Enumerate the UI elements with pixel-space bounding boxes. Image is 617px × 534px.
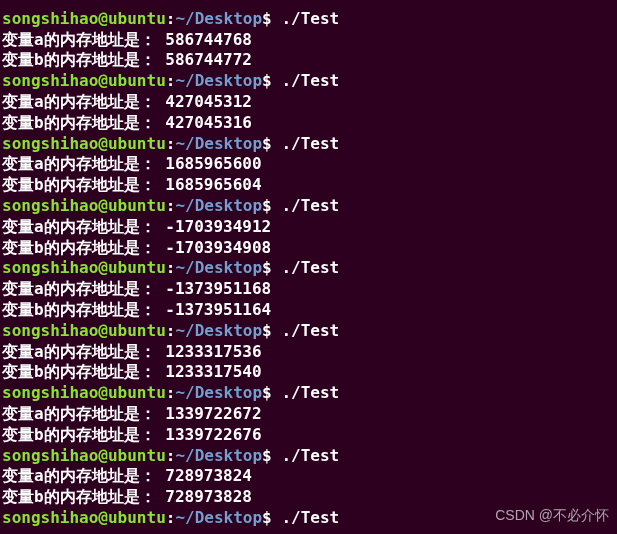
- output-label: 变量b的内存地址是：: [2, 50, 156, 69]
- prompt-user-host: songshihao@ubuntu: [2, 446, 166, 465]
- prompt-colon: :: [166, 508, 176, 527]
- output-value: 728973828: [156, 487, 252, 506]
- prompt-user-host: songshihao@ubuntu: [2, 508, 166, 527]
- prompt-colon: :: [166, 383, 176, 402]
- prompt-line[interactable]: songshihao@ubuntu:~/Desktop$ ./Test: [2, 446, 615, 467]
- output-label: 变量a的内存地址是：: [2, 217, 156, 236]
- output-value: 728973824: [156, 466, 252, 485]
- prompt-path: ~/Desktop: [175, 508, 262, 527]
- prompt-line[interactable]: songshihao@ubuntu:~/Desktop$ ./Test: [2, 196, 615, 217]
- watermark: CSDN @不必介怀: [495, 506, 609, 524]
- prompt-line[interactable]: songshihao@ubuntu:~/Desktop$ ./Test: [2, 258, 615, 279]
- command-text: ./Test: [272, 71, 339, 90]
- prompt-colon: :: [166, 71, 176, 90]
- command-text: ./Test: [272, 134, 339, 153]
- output-value: 1685965600: [156, 154, 262, 173]
- output-line-b: 变量b的内存地址是： -1373951164: [2, 300, 615, 321]
- prompt-colon: :: [166, 321, 176, 340]
- output-line-b: 变量b的内存地址是： 1339722676: [2, 425, 615, 446]
- partial-cut-line: [2, 0, 615, 9]
- prompt-path: ~/Desktop: [175, 383, 262, 402]
- output-label: 变量b的内存地址是：: [2, 300, 156, 319]
- command-text: ./Test: [272, 508, 339, 527]
- output-line-a: 变量a的内存地址是： 427045312: [2, 92, 615, 113]
- output-value: -1703934908: [156, 238, 272, 257]
- command-text: ./Test: [272, 446, 339, 465]
- output-value: 586744772: [156, 50, 252, 69]
- output-line-a: 变量a的内存地址是： 1339722672: [2, 404, 615, 425]
- output-label: 变量a的内存地址是：: [2, 404, 156, 423]
- output-line-a: 变量a的内存地址是： -1703934912: [2, 217, 615, 238]
- prompt-colon: :: [166, 196, 176, 215]
- terminal-output: songshihao@ubuntu:~/Desktop$ ./Test变量a的内…: [2, 0, 615, 529]
- prompt-user-host: songshihao@ubuntu: [2, 9, 166, 28]
- prompt-dollar: $: [262, 508, 272, 527]
- prompt-path: ~/Desktop: [175, 258, 262, 277]
- prompt-user-host: songshihao@ubuntu: [2, 71, 166, 90]
- prompt-line[interactable]: songshihao@ubuntu:~/Desktop$ ./Test: [2, 134, 615, 155]
- prompt-dollar: $: [262, 446, 272, 465]
- output-line-b: 变量b的内存地址是： 728973828: [2, 487, 615, 508]
- prompt-user-host: songshihao@ubuntu: [2, 383, 166, 402]
- prompt-user-host: songshihao@ubuntu: [2, 196, 166, 215]
- output-line-b: 变量b的内存地址是： 427045316: [2, 113, 615, 134]
- output-label: 变量a的内存地址是：: [2, 466, 156, 485]
- output-label: 变量a的内存地址是：: [2, 279, 156, 298]
- prompt-dollar: $: [262, 321, 272, 340]
- prompt-dollar: $: [262, 9, 272, 28]
- command-text: ./Test: [272, 383, 339, 402]
- prompt-path: ~/Desktop: [175, 446, 262, 465]
- prompt-path: ~/Desktop: [175, 9, 262, 28]
- prompt-colon: :: [166, 134, 176, 153]
- prompt-user-host: songshihao@ubuntu: [2, 258, 166, 277]
- output-line-a: 变量a的内存地址是： 1233317536: [2, 342, 615, 363]
- output-value: 586744768: [156, 30, 252, 49]
- output-value: 427045312: [156, 92, 252, 111]
- output-label: 变量b的内存地址是：: [2, 425, 156, 444]
- output-value: -1373951164: [156, 300, 272, 319]
- output-line-b: 变量b的内存地址是： 1233317540: [2, 362, 615, 383]
- output-label: 变量a的内存地址是：: [2, 342, 156, 361]
- output-line-a: 变量a的内存地址是： 1685965600: [2, 154, 615, 175]
- prompt-path: ~/Desktop: [175, 134, 262, 153]
- prompt-path: ~/Desktop: [175, 321, 262, 340]
- output-line-b: 变量b的内存地址是： -1703934908: [2, 238, 615, 259]
- prompt-line[interactable]: songshihao@ubuntu:~/Desktop$ ./Test: [2, 71, 615, 92]
- output-value: 1685965604: [156, 175, 262, 194]
- command-text: ./Test: [272, 196, 339, 215]
- output-label: 变量a的内存地址是：: [2, 154, 156, 173]
- output-label: 变量b的内存地址是：: [2, 362, 156, 381]
- prompt-dollar: $: [262, 383, 272, 402]
- prompt-dollar: $: [262, 258, 272, 277]
- output-label: 变量b的内存地址是：: [2, 487, 156, 506]
- prompt-line[interactable]: songshihao@ubuntu:~/Desktop$ ./Test: [2, 383, 615, 404]
- output-value: -1373951168: [156, 279, 272, 298]
- prompt-user-host: songshihao@ubuntu: [2, 134, 166, 153]
- output-line-a: 变量a的内存地址是： -1373951168: [2, 279, 615, 300]
- command-text: ./Test: [272, 321, 339, 340]
- output-label: 变量b的内存地址是：: [2, 238, 156, 257]
- prompt-line[interactable]: songshihao@ubuntu:~/Desktop$ ./Test: [2, 9, 615, 30]
- output-value: 1233317536: [156, 342, 262, 361]
- prompt-dollar: $: [262, 71, 272, 90]
- output-value: 427045316: [156, 113, 252, 132]
- prompt-colon: :: [166, 9, 176, 28]
- prompt-colon: :: [166, 258, 176, 277]
- prompt-dollar: $: [262, 134, 272, 153]
- prompt-user-host: songshihao@ubuntu: [2, 321, 166, 340]
- prompt-line[interactable]: songshihao@ubuntu:~/Desktop$ ./Test: [2, 321, 615, 342]
- output-line-a: 变量a的内存地址是： 586744768: [2, 30, 615, 51]
- output-line-b: 变量b的内存地址是： 586744772: [2, 50, 615, 71]
- output-value: 1339722676: [156, 425, 262, 444]
- output-value: 1233317540: [156, 362, 262, 381]
- command-text: ./Test: [272, 9, 339, 28]
- command-text: ./Test: [272, 258, 339, 277]
- output-label: 变量a的内存地址是：: [2, 92, 156, 111]
- output-line-a: 变量a的内存地址是： 728973824: [2, 466, 615, 487]
- output-label: 变量b的内存地址是：: [2, 175, 156, 194]
- output-label: 变量b的内存地址是：: [2, 113, 156, 132]
- output-value: 1339722672: [156, 404, 262, 423]
- output-label: 变量a的内存地址是：: [2, 30, 156, 49]
- output-line-b: 变量b的内存地址是： 1685965604: [2, 175, 615, 196]
- prompt-colon: :: [166, 446, 176, 465]
